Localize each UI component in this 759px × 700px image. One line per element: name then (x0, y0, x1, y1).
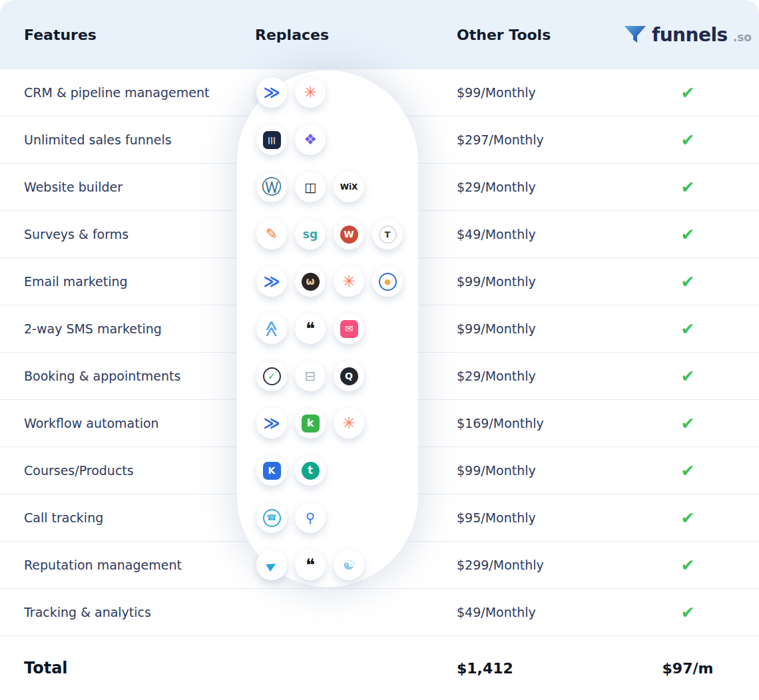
funnels-included-cell: ✔ (617, 603, 759, 622)
callrail-icon: ☎ (256, 502, 287, 533)
constant-contact-icon: ● (372, 266, 403, 297)
feature-label: 2-way SMS marketing (0, 321, 255, 336)
table-header: Features Replaces Other Tools funnels.so (0, 0, 759, 69)
included-check-icon: ✔ (681, 603, 695, 622)
klaviyo-icon: k (295, 408, 326, 438)
clickfunnels-icon-chip: ||| (263, 131, 281, 149)
logo-tld: .so (733, 31, 752, 44)
typeform-icon: T (372, 219, 403, 250)
feature-label: Reputation management (0, 558, 255, 572)
replaces-icons: ≫✳ (255, 77, 457, 108)
other-tools-header: Other Tools (457, 27, 617, 43)
klaviyo-icon-chip: k (302, 415, 320, 433)
included-check-icon: ✔ (681, 319, 695, 339)
replaces-icons: ≪❝✉ (255, 313, 457, 344)
funnels-logo[interactable]: funnels.so (624, 24, 752, 46)
hubspot-icon: ✳ (295, 77, 326, 108)
callrail-icon-ring: ☎ (263, 509, 281, 527)
kajabi-icon-chip: K (263, 462, 281, 480)
podium-icon: ❝ (295, 550, 326, 580)
replaces-icons: |||❖ (255, 124, 457, 155)
podium-icon: ❝ (295, 313, 326, 344)
pencil-icon: ✎ (256, 219, 287, 250)
funnels-included-cell: ✔ (617, 556, 759, 575)
funnels-included-cell: ✔ (617, 319, 759, 339)
surveygizmo-icon: sg (295, 219, 326, 250)
mailchimp-icon: ω (295, 266, 326, 297)
logo-wordmark: funnels (652, 24, 728, 46)
constant-contact-icon-ring: ● (379, 273, 397, 291)
wufoo-icon-chip: W (340, 226, 358, 244)
included-check-icon: ✔ (681, 508, 695, 528)
envelope-icon: ✉ (334, 313, 364, 344)
total-funnels-price: $97/m (617, 660, 759, 677)
kajabi-icon: K (256, 455, 287, 486)
envelope-icon-chip: ✉ (340, 320, 358, 338)
replaces-icons: ≫k✳ (255, 408, 457, 438)
funnels-included-cell: ✔ (617, 178, 759, 197)
teachable-icon: t (295, 455, 326, 486)
other-tools-price: $99/Monthly (457, 463, 617, 478)
included-check-icon: ✔ (681, 556, 695, 575)
activecampaign-icon: ≫ (256, 408, 287, 438)
feature-label: Website builder (0, 180, 255, 194)
funnels-included-cell: ✔ (617, 83, 759, 102)
included-check-icon: ✔ (681, 130, 695, 150)
hubspot-icon: ✳ (334, 266, 364, 297)
pricing-comparison-table: Features Replaces Other Tools funnels.so (0, 0, 759, 700)
other-tools-price: $49/Monthly (457, 227, 617, 242)
replaces-icons: Ⓦ◫WiX (255, 172, 457, 202)
features-header: Features (0, 27, 255, 43)
other-tools-price: $95/Monthly (457, 510, 617, 525)
funnels-included-cell: ✔ (617, 272, 759, 291)
birdeye-icon: ▶ (256, 550, 287, 580)
funnels-included-cell: ✔ (617, 414, 759, 433)
teachable-icon-chip: t (302, 462, 320, 480)
clock-check-icon-ring: ✓ (263, 367, 281, 385)
funnels-logo-icon (624, 25, 646, 45)
included-check-icon: ✔ (681, 178, 695, 197)
feature-label: Unlimited sales funnels (0, 132, 255, 147)
location-pin-icon: ⚲ (295, 502, 326, 533)
included-check-icon: ✔ (681, 225, 695, 244)
clock-check-icon: ✓ (256, 361, 287, 391)
other-tools-price: $29/Monthly (457, 369, 617, 383)
funnels-included-cell: ✔ (617, 130, 759, 150)
feature-label: Workflow automation (0, 416, 255, 431)
replaces-header: Replaces (255, 27, 457, 43)
funnels-included-cell: ✔ (617, 508, 759, 528)
other-tools-price: $299/Monthly (457, 558, 617, 572)
acuity-icon-chip: Q (340, 367, 358, 385)
funnels-included-cell: ✔ (617, 225, 759, 244)
chevrons-up-icon: ≪ (256, 313, 287, 344)
calendar-icon: ⊟ (295, 361, 326, 391)
other-tools-price: $297/Monthly (457, 132, 617, 147)
included-check-icon: ✔ (681, 367, 695, 386)
squarespace-icon: ◫ (295, 172, 326, 202)
acuity-icon: Q (334, 361, 364, 391)
total-row: Total $1,412 $97/m (0, 636, 759, 700)
funnels-included-cell: ✔ (617, 367, 759, 386)
included-check-icon: ✔ (681, 272, 695, 291)
feature-label: CRM & pipeline management (0, 85, 255, 100)
replaces-icons: Kt (255, 455, 457, 486)
other-tools-price: $29/Monthly (457, 180, 617, 194)
replaces-icons: ≫ω✳● (255, 266, 457, 297)
activecampaign-icon: ≫ (256, 266, 287, 297)
wordpress-icon: Ⓦ (256, 172, 287, 202)
funnels-included-cell: ✔ (617, 461, 759, 480)
feature-label: Call tracking (0, 510, 255, 525)
other-tools-price: $49/Monthly (457, 605, 617, 619)
mailchimp-icon-chip: ω (302, 273, 320, 291)
total-label: Total (0, 659, 255, 677)
hubspot-icon: ✳ (334, 408, 364, 438)
feature-label: Tracking & analytics (0, 605, 255, 619)
other-tools-price: $99/Monthly (457, 321, 617, 336)
other-tools-price: $99/Monthly (457, 274, 617, 289)
typeform-icon-ring: T (379, 226, 397, 244)
feature-label: Email marketing (0, 274, 255, 289)
table-row: Tracking & analytics$49/Monthly✔ (0, 589, 759, 636)
included-check-icon: ✔ (681, 414, 695, 433)
table-body: CRM & pipeline management≫✳$99/Monthly✔U… (0, 69, 759, 636)
feature-label: Booking & appointments (0, 369, 255, 383)
